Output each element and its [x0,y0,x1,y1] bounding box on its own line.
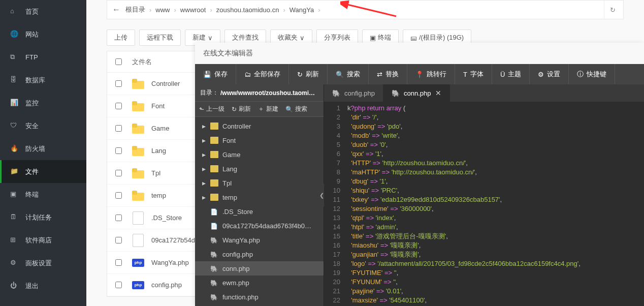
sidebar-label: 面板设置 [25,259,52,268]
editor-save-all-button[interactable]: 🗂全部保存 [236,64,289,84]
tree-new-button[interactable]: ＋ 新建 [258,105,278,113]
tree-item[interactable]: ▸temp [195,190,324,204]
sidebar-item-home[interactable]: ⌂首页 [0,0,86,23]
file-name: .DS_Store [151,214,182,222]
row-checkbox[interactable] [115,80,122,87]
row-checkbox[interactable] [115,103,122,109]
editor-theme-button[interactable]: Ü主题 [492,64,530,84]
tree-item[interactable]: ▸Tpl [195,176,324,190]
close-icon[interactable]: ✕ [435,89,441,97]
editor-replace-button[interactable]: ⇄替换 [369,64,407,84]
code-editor[interactable]: 1234567891011121314151617181920212223 k?… [324,102,644,306]
folder-icon [210,137,218,144]
replace-icon: ⇄ [377,71,382,78]
row-checkbox[interactable] [115,237,122,243]
folder-icon [210,165,218,172]
row-checkbox[interactable] [115,282,122,288]
shortcut-icon: ⓘ [577,70,584,79]
editor-tab[interactable]: 🐘conn.php✕ [383,84,450,102]
editor-tabs: 🐘config.php🐘conn.php✕ [324,84,644,102]
tree-item-label: Lang [222,165,237,173]
editor-shortcut-button[interactable]: ⓘ快捷键 [569,64,615,84]
svg-rect-1 [132,79,137,83]
sidebar-item-security[interactable]: 🛡安全 [0,114,86,137]
font-icon: T [463,71,467,78]
file-name: temp [151,192,166,199]
file-name: Font [151,102,165,110]
editor-save-button[interactable]: 💾保存 [195,64,236,84]
chevron-right-icon: › [316,6,322,14]
caret-icon: ▸ [202,193,206,201]
breadcrumb-segments: 根目录›www›wwwroot›zoushou.taomiduo.cn›Wang… [123,5,322,14]
row-checkbox[interactable] [115,192,122,199]
tree-item[interactable]: ewm.php [195,276,324,290]
tree-item[interactable]: ▸Font [195,133,324,147]
tree-refresh-button[interactable]: ↻ 刷新 [232,105,251,113]
file-icon [132,234,144,247]
breadcrumb-seg[interactable]: 根目录 [123,5,147,14]
php-icon: php [132,279,144,291]
sidebar-item-site[interactable]: 🌐网站 [0,23,86,46]
select-all-checkbox[interactable] [115,58,122,65]
tree-item[interactable]: 09ca1727b54daad6763f4b0… [195,219,324,233]
row-checkbox[interactable] [115,125,122,132]
tab-label: conn.php [404,89,431,97]
caret-icon: ▸ [202,179,206,187]
tree-item[interactable]: ▸Game [195,147,324,162]
file-name: Lang [151,147,166,155]
tree-item[interactable]: .DS_Store [195,204,324,219]
remote-download-button[interactable]: 远程下载 [139,29,181,46]
tree-item[interactable]: function.php [195,290,324,304]
editor-font-button[interactable]: T字体 [455,64,492,84]
tree-item[interactable]: config.php [195,247,324,261]
editor-settings-button[interactable]: ⚙设置 [530,64,569,84]
tree-item[interactable]: conn.php [195,261,324,276]
tree-item-label: ewm.php [222,279,249,287]
collapse-handle[interactable]: ❮ [319,183,324,207]
refresh-button[interactable]: ↻ [604,1,621,19]
tree-item[interactable]: ▸Controller [195,119,324,133]
back-button[interactable]: ← [109,5,123,14]
editor-goto-button[interactable]: 📍跳转行 [407,64,455,84]
tree-item[interactable]: WangYa.php [195,233,324,247]
chevron-down-icon: ∨ [300,34,305,42]
breadcrumb-seg[interactable]: WangYa [287,6,316,14]
sidebar-label: 网站 [25,30,39,39]
file-name: WangYa.php [151,259,189,266]
sidebar-item-files[interactable]: 📁文件 [0,160,86,183]
file-icon [132,212,144,224]
breadcrumb-seg[interactable]: zoushou.taomiduo.cn [214,6,281,14]
sidebar-label: 软件商店 [25,236,52,245]
row-checkbox[interactable] [115,170,122,176]
tree-up-button[interactable]: ⬑ 上一级 [199,105,224,113]
row-checkbox[interactable] [115,259,122,266]
tree-item[interactable]: ▸Lang [195,162,324,176]
file-name: Controller [151,80,180,87]
sidebar-item-monitor[interactable]: 📊监控 [0,91,86,114]
sidebar-label: 数据库 [25,76,45,85]
editor-tab[interactable]: 🐘config.php [324,84,383,102]
sidebar-item-store[interactable]: ⊞软件商店 [0,229,86,252]
text-editor-modal: 在线文本编辑器 💾保存🗂全部保存↻刷新🔍搜索⇄替换📍跳转行T字体Ü主题⚙设置ⓘ快… [195,43,644,306]
caret-icon: ▸ [202,136,206,144]
tree-search-button[interactable]: 🔍 搜索 [285,105,307,113]
sidebar-item-firewall[interactable]: 🔥防火墙 [0,137,86,160]
sidebar-item-terminal[interactable]: ▣终端 [0,183,86,206]
firewall-icon: 🔥 [10,144,19,154]
file-tree: 目录：/www/wwwroot/zoushou.taomi… ⬑ 上一级 ↻ 刷… [195,84,324,306]
folder-icon [132,123,144,135]
row-checkbox[interactable] [115,147,122,154]
folder-icon: 📁 [10,167,19,176]
sidebar-item-cron[interactable]: 🗓计划任务 [0,206,86,229]
editor-search-button[interactable]: 🔍搜索 [328,64,369,84]
modal-title: 在线文本编辑器 [195,43,644,64]
breadcrumb-seg[interactable]: www [153,6,172,14]
upload-button[interactable]: 上传 [107,29,135,46]
editor-refresh-button[interactable]: ↻刷新 [289,64,328,84]
sidebar-item-db[interactable]: 🗄数据库 [0,69,86,91]
breadcrumb-seg[interactable]: wwwroot [178,6,208,14]
sidebar-item-ftp[interactable]: ⧉FTP [0,46,86,69]
sidebar-item-settings[interactable]: ⚙面板设置 [0,252,86,274]
row-checkbox[interactable] [115,215,122,221]
sidebar-item-exit[interactable]: ⏻退出 [0,274,86,297]
